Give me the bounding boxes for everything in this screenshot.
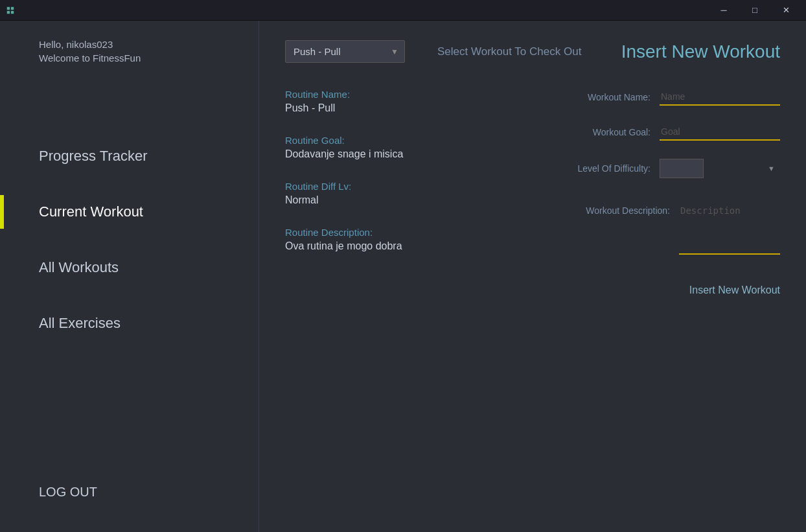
app-icon: [5, 5, 16, 16]
workout-select[interactable]: Push - Pull Pull Push Legs: [285, 40, 405, 63]
svg-rect-0: [7, 6, 10, 9]
sidebar-item-all-exercises[interactable]: All Exercises: [0, 295, 259, 351]
main-content: Push - Pull Pull Push Legs ▼ Select Work…: [259, 21, 806, 532]
top-row: Push - Pull Pull Push Legs ▼ Select Work…: [285, 40, 780, 63]
sidebar: Hello, nikolas023 Welcome to FitnessFun …: [0, 21, 259, 532]
workout-dropdown-wrapper: Push - Pull Pull Push Legs ▼: [285, 40, 405, 63]
insert-new-workout-title[interactable]: Insert New Workout: [612, 41, 780, 62]
routine-name-value: Push - Pull: [285, 102, 540, 114]
insert-btn-row: Insert New Workout: [566, 281, 780, 300]
title-bar: ─ □ ✕: [0, 0, 806, 21]
sidebar-item-current-workout[interactable]: Current Workout: [0, 184, 259, 240]
sidebar-header: Hello, nikolas023 Welcome to FitnessFun: [0, 39, 259, 89]
svg-rect-2: [7, 10, 10, 13]
select-workout-label: Select Workout To Check Out: [437, 45, 612, 58]
sidebar-item-progress-tracker[interactable]: Progress Tracker: [0, 128, 259, 184]
window-controls: ─ □ ✕: [709, 1, 801, 20]
workout-goal-label: Workout Goal:: [566, 127, 651, 137]
routine-goal-field: Routine Goal: Dodavanje snage i misica: [285, 135, 540, 160]
difficulty-row: Level Of Difficulty: Easy Normal Hard ▼: [566, 159, 780, 178]
description-row: Workout Description:: [566, 203, 780, 255]
maximize-button[interactable]: □: [740, 1, 770, 20]
routine-name-field: Routine Name: Push - Pull: [285, 89, 540, 114]
routine-diff-value: Normal: [285, 194, 540, 206]
difficulty-select-wrapper: Easy Normal Hard ▼: [660, 159, 780, 178]
routine-description-field: Routine Description: Ova rutina je mogo …: [285, 227, 540, 252]
workout-goal-input[interactable]: [660, 124, 780, 141]
content-row: Routine Name: Push - Pull Routine Goal: …: [285, 89, 780, 513]
routine-description-label: Routine Description:: [285, 227, 540, 238]
routine-diff-label: Routine Diff Lv:: [285, 181, 540, 192]
workout-name-row: Workout Name:: [566, 89, 780, 106]
svg-rect-3: [11, 10, 14, 13]
logout-button[interactable]: LOG OUT: [0, 465, 259, 519]
routine-goal-value: Dodavanje snage i misica: [285, 148, 540, 160]
svg-rect-1: [11, 6, 14, 9]
routine-goal-label: Routine Goal:: [285, 135, 540, 146]
sidebar-item-all-workouts[interactable]: All Workouts: [0, 240, 259, 295]
routine-diff-field: Routine Diff Lv: Normal: [285, 181, 540, 206]
sidebar-nav: Progress Tracker Current Workout All Wor…: [0, 128, 259, 532]
welcome-text: Welcome to FitnessFun: [39, 52, 259, 64]
insert-panel: Workout Name: Workout Goal: Level Of Dif…: [560, 89, 780, 513]
description-label: Workout Description:: [566, 203, 670, 216]
difficulty-select[interactable]: Easy Normal Hard: [660, 159, 704, 178]
routine-panel: Routine Name: Push - Pull Routine Goal: …: [285, 89, 560, 513]
workout-goal-row: Workout Goal:: [566, 124, 780, 141]
routine-description-value: Ova rutina je mogo dobra: [285, 240, 540, 252]
insert-new-workout-button[interactable]: Insert New Workout: [689, 281, 780, 300]
app-container: Hello, nikolas023 Welcome to FitnessFun …: [0, 21, 806, 532]
routine-name-label: Routine Name:: [285, 89, 540, 100]
workout-name-label: Workout Name:: [566, 92, 651, 102]
difficulty-label: Level Of Difficulty:: [566, 163, 651, 174]
workout-name-input[interactable]: [660, 89, 780, 106]
description-input[interactable]: [679, 203, 780, 255]
difficulty-arrow-icon: ▼: [768, 165, 775, 172]
greeting-text: Hello, nikolas023: [39, 39, 259, 50]
minimize-button[interactable]: ─: [709, 1, 739, 20]
close-button[interactable]: ✕: [771, 1, 801, 20]
